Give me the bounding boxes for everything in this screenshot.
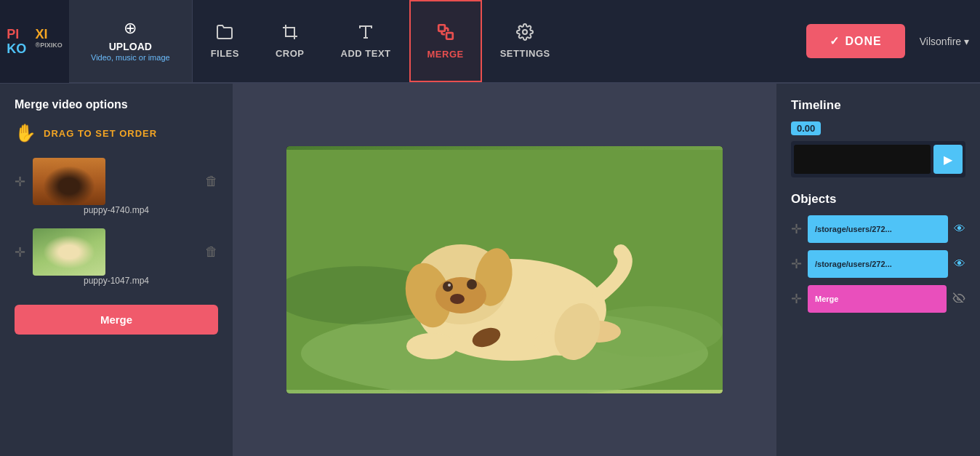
video-preview xyxy=(286,146,723,393)
svg-point-17 xyxy=(448,284,451,287)
svg-point-18 xyxy=(406,333,457,359)
hand-drag-icon: ✋ xyxy=(15,123,36,143)
crop-label: CROP xyxy=(276,48,305,59)
object-bar-1[interactable]: /storage/users/272... xyxy=(808,215,948,243)
move-icon-1[interactable]: ✛ xyxy=(15,174,25,190)
logo-ko: KO xyxy=(7,42,33,55)
video-name-1: puppy-4740.mp4 xyxy=(84,205,149,215)
nav-item-files[interactable]: FILES xyxy=(193,0,257,82)
crop-icon xyxy=(281,23,299,45)
settings-label: SETTINGS xyxy=(500,48,550,59)
settings-icon xyxy=(516,23,534,45)
object-add-icon-1[interactable]: ✛ xyxy=(791,221,802,237)
done-button[interactable]: ✓ DONE xyxy=(806,24,905,58)
objects-section: Objects ✛ /storage/users/272... 👁 ✛ /sto… xyxy=(791,192,965,320)
user-name: Vilsonfire xyxy=(920,36,961,47)
folder-icon xyxy=(216,23,233,45)
video-row-1: ✛ 🗑 xyxy=(15,158,218,205)
play-icon: ▶ xyxy=(944,153,952,167)
object-bar-3[interactable]: Merge xyxy=(808,285,947,313)
nav: ⊕ UPLOAD Video, music or image FILES xyxy=(69,0,980,82)
objects-title: Objects xyxy=(791,192,965,207)
eye-icon-2[interactable]: 👁 xyxy=(954,257,965,271)
logo: PI XI KO ®PIXIKO xyxy=(0,0,69,83)
merge-label: MERGE xyxy=(427,49,464,60)
timeline-title: Timeline xyxy=(791,98,965,113)
logo-brand: ®PIXIKO xyxy=(36,42,63,55)
right-panel: Timeline 0.00 ▶ Objects ✛ /storage/users… xyxy=(776,84,980,456)
eye-closed-icon-3[interactable] xyxy=(952,292,965,305)
nav-item-settings[interactable]: SETTINGS xyxy=(482,0,569,82)
object-add-icon-2[interactable]: ✛ xyxy=(791,256,802,272)
delete-icon-1[interactable]: 🗑 xyxy=(205,174,218,189)
nav-items: FILES CROP ADD TEXT xyxy=(193,0,569,82)
header: PI XI KO ®PIXIKO ⊕ UPLOAD Video, music o… xyxy=(0,0,980,84)
nav-upload[interactable]: ⊕ UPLOAD Video, music or image xyxy=(69,0,193,82)
object-row-2: ✛ /storage/users/272... 👁 xyxy=(791,250,965,278)
object-row-1: ✛ /storage/users/272... 👁 xyxy=(791,215,965,243)
preview-image xyxy=(286,146,723,393)
video-row-2: ✛ 🗑 xyxy=(15,228,218,276)
svg-point-4 xyxy=(523,30,527,34)
timeline-section: Timeline 0.00 ▶ xyxy=(791,98,965,177)
panel-title: Merge video options xyxy=(15,98,218,111)
center xyxy=(233,84,776,456)
object-row-3: ✛ Merge xyxy=(791,285,965,313)
chevron-down-icon: ▾ xyxy=(964,36,969,47)
main: Merge video options ✋ DRAG TO SET ORDER … xyxy=(0,84,980,456)
svg-rect-2 xyxy=(438,25,445,31)
nav-done: ✓ DONE xyxy=(806,24,905,58)
addtext-label: ADD TEXT xyxy=(341,48,391,59)
video-item-1-wrapper: ✛ 🗑 puppy-4740.mp4 xyxy=(15,158,218,215)
drag-label: DRAG TO SET ORDER xyxy=(44,128,157,139)
video-thumb-2 xyxy=(33,228,105,276)
delete-icon-2[interactable]: 🗑 xyxy=(205,244,218,260)
logo-pi: PI xyxy=(7,28,33,41)
nav-item-crop[interactable]: CROP xyxy=(257,0,323,82)
timeline-track[interactable] xyxy=(794,145,931,174)
object-bar-2[interactable]: /storage/users/272... xyxy=(808,250,948,278)
nav-item-addtext[interactable]: ADD TEXT xyxy=(323,0,409,82)
svg-point-14 xyxy=(450,294,465,304)
svg-point-15 xyxy=(443,281,453,292)
logo-xi: XI xyxy=(36,28,63,41)
video-name-2: puppy-1047.mp4 xyxy=(84,276,149,286)
svg-rect-3 xyxy=(446,33,453,39)
addtext-icon xyxy=(357,23,374,45)
left-panel: Merge video options ✋ DRAG TO SET ORDER … xyxy=(0,84,233,456)
done-check-icon: ✓ xyxy=(830,34,840,48)
merge-icon xyxy=(436,23,455,46)
video-thumb-1 xyxy=(33,158,105,205)
drag-order: ✋ DRAG TO SET ORDER xyxy=(15,123,218,143)
video-item-2-wrapper: ✛ 🗑 puppy-1047.mp4 xyxy=(15,228,218,286)
user-menu[interactable]: Vilsonfire ▾ xyxy=(920,36,969,47)
merge-button[interactable]: Merge xyxy=(15,305,218,335)
timeline-play-button[interactable]: ▶ xyxy=(933,145,963,174)
nav-item-merge[interactable]: MERGE xyxy=(409,0,482,82)
files-label: FILES xyxy=(211,48,239,59)
object-add-icon-3[interactable]: ✛ xyxy=(791,291,802,307)
upload-label: UPLOAD xyxy=(109,41,152,52)
svg-point-16 xyxy=(467,279,477,289)
upload-sub: Video, music or image xyxy=(91,52,170,63)
timeline-time: 0.00 xyxy=(791,121,821,135)
upload-icon: ⊕ xyxy=(124,19,137,38)
done-label: DONE xyxy=(846,35,882,48)
eye-icon-1[interactable]: 👁 xyxy=(954,223,965,236)
timeline-bar: ▶ xyxy=(791,141,965,177)
move-icon-2[interactable]: ✛ xyxy=(15,244,25,260)
